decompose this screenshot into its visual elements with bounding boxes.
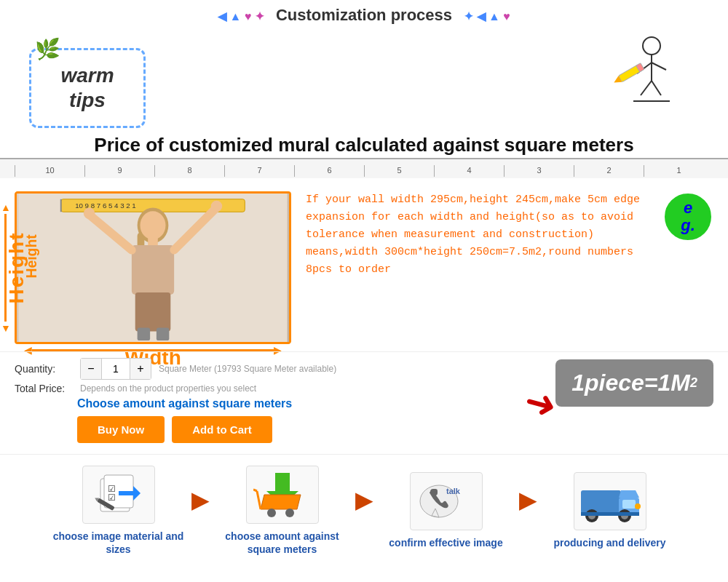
- svg-rect-18: [132, 245, 174, 295]
- pencil-illustration: [597, 30, 684, 117]
- svg-line-5: [652, 81, 661, 95]
- ruler-bar: 10987654321: [0, 158, 728, 178]
- middle-section: Height 10 9 8 7 6 5 4 3 2 1: [0, 184, 728, 351]
- svg-point-52: [635, 503, 641, 509]
- step-4-icon: [574, 472, 646, 530]
- svg-rect-17: [148, 236, 158, 247]
- header: ◀ ▲ ♥ ✦ Customization process ✦ ◀ ▲ ♥: [0, 0, 728, 26]
- leaf-decoration: 🌿: [35, 37, 60, 61]
- quantity-unit: Square Meter (19793 Square Meter availab…: [159, 364, 336, 374]
- step-4-label: producing and delivery: [553, 536, 665, 549]
- example-section: If your wall width 295cm,height 245cm,ma…: [306, 191, 713, 279]
- svg-point-0: [643, 37, 660, 55]
- ruler-tick: 8: [154, 165, 224, 177]
- total-price-label: Total Price:: [15, 383, 73, 394]
- svg-point-21: [84, 207, 95, 219]
- example-text: If your wall width 295cm,height 245cm,ma…: [306, 191, 713, 279]
- svg-point-16: [141, 211, 166, 239]
- height-label: Height: [5, 231, 28, 303]
- ruler-tick: 1: [644, 165, 713, 177]
- ruler-tick: 5: [364, 165, 434, 177]
- step-2-icon: [246, 466, 319, 524]
- quantity-input[interactable]: [101, 359, 130, 379]
- ruler-tick: 9: [84, 165, 154, 177]
- deco-heart-left: ♥ ✦: [245, 10, 264, 23]
- svg-rect-46: [622, 500, 636, 509]
- svg-line-3: [652, 63, 666, 70]
- svg-point-22: [211, 201, 223, 212]
- step-arrow-3: ▶: [519, 486, 537, 535]
- step-2: choose amount against square meters: [213, 466, 352, 556]
- piece-equals-box: 1piece=1M2: [555, 359, 713, 407]
- svg-text:☑: ☑: [108, 493, 116, 503]
- ruler-tick: 10: [15, 165, 84, 177]
- svg-text:talk: talk: [446, 487, 461, 495]
- svg-rect-32: [119, 491, 135, 495]
- step-1-label: choose image material and sizes: [50, 530, 188, 556]
- svg-line-39: [253, 490, 257, 491]
- step-2-label: choose amount against square meters: [213, 530, 352, 556]
- measurement-image-box: Height 10 9 8 7 6 5 4 3 2 1: [15, 191, 291, 344]
- svg-rect-25: [157, 328, 169, 340]
- ruler-tick: 2: [574, 165, 644, 177]
- svg-line-4: [641, 81, 652, 95]
- quantity-decrease-button[interactable]: −: [81, 359, 101, 379]
- svg-rect-43: [581, 490, 621, 514]
- svg-point-37: [285, 509, 294, 517]
- warm-tips-text: warm tips: [60, 63, 114, 112]
- svg-point-36: [267, 509, 276, 517]
- step-arrow-1: ▶: [191, 486, 210, 535]
- step-3-label: confirm effective image: [389, 536, 502, 549]
- quantity-label: Quantity:: [15, 363, 73, 375]
- header-title: Customization process: [276, 6, 452, 24]
- price-title: Price of customized mural calculated aga…: [0, 127, 728, 158]
- purchase-section: Quantity: − + Square Meter (19793 Square…: [0, 351, 728, 451]
- deco-heart-right: ♥: [503, 10, 510, 23]
- eg-badge: e g.: [662, 191, 713, 242]
- steps-section: ☑ ☑ choose image material and sizes ▶: [0, 454, 728, 567]
- deco-left: ◀ ▲: [218, 10, 245, 23]
- svg-line-38: [257, 491, 261, 509]
- svg-rect-23: [135, 292, 171, 331]
- total-price-value: Depends on the product properties you se…: [80, 383, 256, 394]
- warm-tips-box: 🌿 warm tips: [29, 48, 146, 128]
- quantity-increase-button[interactable]: +: [130, 359, 151, 379]
- step-1: ☑ ☑ choose image material and sizes: [50, 466, 188, 556]
- step-1-icon: ☑ ☑: [82, 466, 155, 524]
- add-to-cart-button[interactable]: Add to Cart: [172, 416, 272, 443]
- svg-rect-24: [138, 328, 150, 340]
- step-4: producing and delivery: [541, 472, 679, 549]
- action-buttons: Buy Now Add to Cart: [77, 416, 713, 443]
- quantity-controls[interactable]: − +: [80, 358, 151, 380]
- ruler-tick: 3: [504, 165, 574, 177]
- svg-marker-45: [619, 490, 639, 498]
- step-3-icon: talk: [410, 472, 483, 530]
- ruler-tick: 7: [224, 165, 294, 177]
- ruler-tick: 6: [294, 165, 364, 177]
- svg-rect-51: [581, 512, 639, 516]
- svg-text:10  9  8  7  6  5  4  3  2  1: 10 9 8 7 6 5 4 3 2 1: [75, 202, 136, 210]
- step-3: talk confirm effective image: [377, 472, 515, 549]
- buy-now-button[interactable]: Buy Now: [77, 416, 165, 443]
- ruler-tick: 4: [434, 165, 504, 177]
- step-arrow-2: ▶: [355, 486, 373, 535]
- deco-right: ✦ ◀ ▲: [464, 10, 503, 23]
